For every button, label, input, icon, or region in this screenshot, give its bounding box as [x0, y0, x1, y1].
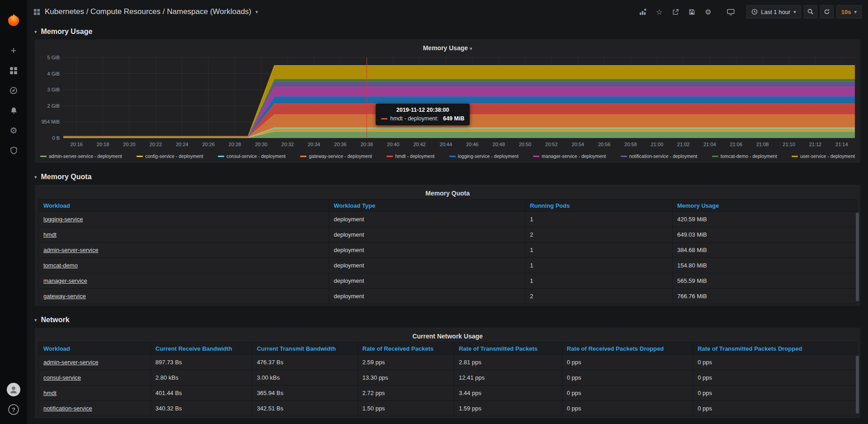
- workload-link[interactable]: admin-server-service: [43, 247, 98, 253]
- x-axis-tick: 20:34: [308, 142, 321, 147]
- legend-label: hmdt - deployment: [395, 153, 434, 159]
- dashboard-title-dropdown[interactable]: Kubernetes / Compute Resources / Namespa…: [45, 7, 258, 16]
- cell: 342.51 Bs: [252, 401, 358, 416]
- workload-link[interactable]: tomcat-demo: [43, 262, 78, 269]
- cell: 2.59 pps: [358, 355, 454, 370]
- column-header[interactable]: Memory Usage: [672, 200, 856, 212]
- scrollbar-thumb[interactable]: [856, 356, 859, 414]
- cell: deployment: [329, 273, 525, 289]
- legend-swatch: [621, 156, 627, 157]
- legend-swatch: [300, 156, 307, 157]
- cell: tomcat-demo: [39, 258, 329, 273]
- legend-item[interactable]: hmdt - deployment: [387, 153, 434, 159]
- legend-item[interactable]: consul-service - deployment: [218, 153, 286, 159]
- cycle-view-button[interactable]: [724, 5, 737, 19]
- column-header[interactable]: Running Pods: [525, 200, 673, 212]
- section-memory-quota[interactable]: ▾ Memory Quota: [34, 170, 861, 184]
- clock-icon: [751, 9, 758, 15]
- refresh-interval-dropdown[interactable]: 10s ▾: [836, 5, 862, 19]
- table-row: consul-service2.80 kBs3.00 kBs13.30 pps1…: [39, 370, 857, 386]
- panel-title-memory-quota[interactable]: Memory Quota: [38, 187, 857, 199]
- star-dashboard-button[interactable]: ☆: [652, 5, 666, 19]
- legend-item[interactable]: gateway-service - deployment: [300, 153, 372, 159]
- dashboard-settings-button[interactable]: ⚙: [701, 5, 715, 19]
- x-axis-tick: 20:32: [281, 142, 294, 147]
- memory-usage-chart[interactable]: 0 B954 MiB2 GiB3 GiB4 GiB5 GiB20:1620:18…: [38, 54, 858, 150]
- column-header[interactable]: Workload Type: [329, 200, 525, 212]
- cell: 2: [525, 227, 673, 243]
- table-row: gateway-servicedeployment2766.76 MiB: [39, 289, 857, 304]
- section-title: Network: [41, 316, 70, 324]
- share-icon: [672, 9, 679, 15]
- table-row: manager-servicedeployment1565.59 MiB: [39, 273, 857, 289]
- panel-title-network-usage[interactable]: Current Network Usage: [38, 330, 857, 342]
- chart-area: 0 B954 MiB2 GiB3 GiB4 GiB5 GiB20:1620:18…: [38, 54, 857, 151]
- legend-swatch: [792, 156, 798, 157]
- zoom-out-button[interactable]: [804, 5, 817, 19]
- time-range-picker[interactable]: Last 1 hour ▾: [746, 5, 801, 19]
- cell: 0 pps: [562, 370, 693, 386]
- column-header[interactable]: Workload: [39, 200, 329, 212]
- workload-link[interactable]: hmdt: [43, 231, 57, 238]
- section-title: Memory Usage: [41, 28, 93, 36]
- x-axis-tick: 20:36: [334, 142, 347, 147]
- save-dashboard-button[interactable]: [685, 5, 698, 19]
- time-range-label: Last 1 hour: [761, 9, 790, 15]
- x-axis-tick: 20:46: [466, 142, 479, 147]
- legend-item[interactable]: user-service - deployment: [792, 153, 855, 159]
- cell: 2.72 pps: [358, 386, 454, 401]
- y-axis-tick: 5 GiB: [47, 55, 60, 60]
- dashboards-grid-icon: [9, 67, 18, 75]
- cell: admin-server-service: [39, 243, 329, 258]
- column-header[interactable]: Rate of Received Packets: [358, 343, 454, 355]
- y-axis-tick: 4 GiB: [47, 71, 60, 76]
- sidebar-item-profile[interactable]: [0, 380, 27, 400]
- section-network[interactable]: ▾ Network: [34, 313, 861, 327]
- refresh-button[interactable]: [820, 5, 834, 19]
- workload-link[interactable]: admin-server-service: [43, 359, 98, 366]
- column-header[interactable]: Current Transmit Bandwidth: [252, 343, 358, 355]
- legend-item[interactable]: admin-server-service - deployment: [40, 153, 122, 159]
- grafana-logo[interactable]: [0, 0, 27, 41]
- gear-icon: ⚙: [705, 8, 711, 16]
- table-row: notification-service340.32 Bs342.51 Bs1.…: [39, 401, 857, 416]
- column-header[interactable]: Rate of Received Packets Dropped: [562, 343, 693, 355]
- cell: 365.94 Bs: [252, 386, 358, 401]
- add-panel-button[interactable]: [636, 5, 650, 19]
- dashboard-grid-icon: [33, 9, 40, 15]
- cell: hmdt: [39, 386, 151, 401]
- share-dashboard-button[interactable]: [669, 5, 682, 19]
- workload-link[interactable]: notification-service: [43, 405, 92, 412]
- legend-item[interactable]: tomcat-demo - deployment: [712, 153, 777, 159]
- workload-link[interactable]: manager-service: [43, 277, 87, 284]
- cell: 3.00 kBs: [252, 370, 358, 386]
- workload-link[interactable]: consul-service: [43, 374, 81, 381]
- sidebar-item-help[interactable]: ?: [0, 400, 27, 419]
- column-header[interactable]: Rate of Transmitted Packets: [454, 343, 562, 355]
- cell: logging-service: [39, 212, 329, 227]
- x-axis-tick: 20:38: [360, 142, 373, 147]
- workload-link[interactable]: logging-service: [43, 216, 83, 223]
- sidebar-item-server-admin[interactable]: [0, 140, 27, 160]
- legend-item[interactable]: notification-service - deployment: [621, 153, 698, 159]
- legend-item[interactable]: manager-service - deployment: [533, 153, 606, 159]
- scrollbar-thumb[interactable]: [856, 213, 859, 301]
- column-header[interactable]: Rate of Transmitted Packets Dropped: [693, 343, 857, 355]
- x-axis-tick: 20:22: [150, 142, 162, 147]
- workload-link[interactable]: gateway-service: [43, 293, 86, 300]
- column-header[interactable]: Workload: [39, 343, 151, 355]
- legend-item[interactable]: logging-service - deployment: [449, 153, 519, 159]
- sidebar-item-create[interactable]: +: [0, 41, 27, 61]
- legend-item[interactable]: config-service - deployment: [137, 153, 203, 159]
- sidebar-item-dashboards[interactable]: [0, 61, 27, 81]
- workload-link[interactable]: hmdt: [43, 390, 57, 396]
- sidebar-item-configuration[interactable]: ⚙: [0, 120, 27, 140]
- cell: 0 pps: [693, 386, 857, 401]
- sidebar-item-explore[interactable]: [0, 81, 27, 100]
- avatar: [7, 383, 20, 396]
- sidebar-item-alerting[interactable]: [0, 100, 27, 120]
- cell: 3.44 pps: [454, 386, 562, 401]
- column-header[interactable]: Current Receive Bandwidth: [151, 343, 252, 355]
- panel-title-memory-usage[interactable]: Memory Usage▾: [38, 42, 857, 54]
- section-memory-usage[interactable]: ▾ Memory Usage: [34, 24, 861, 39]
